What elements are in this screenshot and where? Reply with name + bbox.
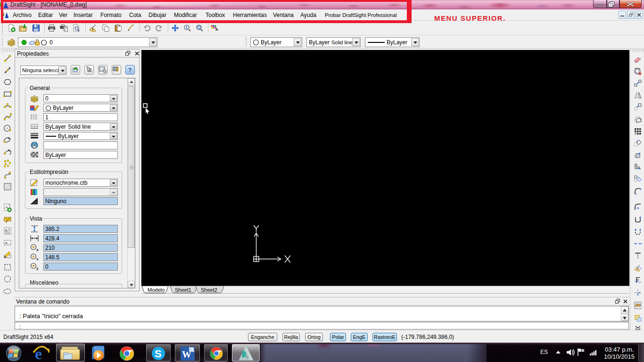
svg-text:Sheet1: Sheet1 [175, 287, 191, 293]
svg-text:Y: Y [36, 258, 39, 261]
svg-text:A: A [5, 241, 8, 245]
svg-text:S: S [155, 348, 162, 360]
svg-text:X: X [36, 248, 39, 252]
svg-text:W: W [182, 349, 191, 360]
svg-text:Z: Z [36, 267, 39, 271]
svg-text:s: s [246, 354, 248, 360]
svg-text:?: ? [128, 67, 132, 74]
svg-text:A: A [215, 27, 218, 32]
svg-text:Sheet2: Sheet2 [201, 287, 217, 293]
svg-text:Modelo: Modelo [148, 287, 165, 293]
